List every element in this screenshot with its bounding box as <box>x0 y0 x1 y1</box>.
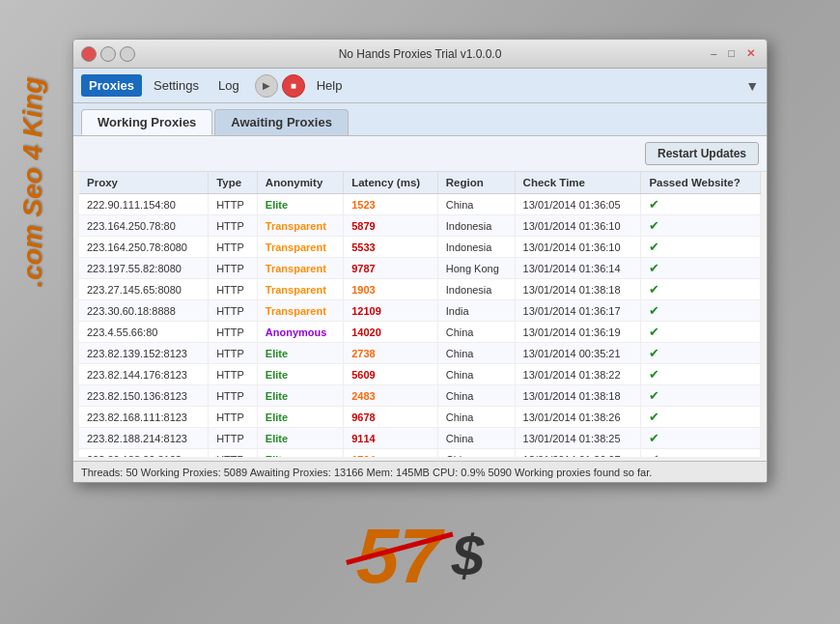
cell-proxy: 223.164.250.78:80 <box>79 215 209 237</box>
cell-type: HTTP <box>209 237 258 258</box>
cell-proxy: 223.164.250.78:8080 <box>79 237 209 258</box>
watermark: .com Seo 4 King <box>17 77 48 288</box>
close-button[interactable] <box>81 46 97 62</box>
menu-arrow-icon[interactable]: ▼ <box>745 78 759 94</box>
cell-region: Indonesia <box>437 279 515 300</box>
cell-passed: ✔ <box>641 385 761 407</box>
title-close-icon[interactable]: ✕ <box>742 47 759 60</box>
cell-proxy: 223.82.139.152:8123 <box>79 343 209 364</box>
table-row: 223.82.139.152:8123HTTPElite2738China13/… <box>79 343 761 364</box>
cell-type: HTTP <box>209 385 258 407</box>
table-row: 223.30.60.18:8888HTTPTransparent12109Ind… <box>79 300 761 322</box>
cell-check-time: 13/01/2014 01:38:18 <box>515 279 641 300</box>
cell-region: China <box>437 385 515 407</box>
cell-type: HTTP <box>209 449 258 458</box>
cell-anonymity: Transparent <box>257 279 343 300</box>
col-type: Type <box>209 172 258 194</box>
toolbar: Restart Updates <box>73 136 767 172</box>
cell-region: China <box>437 428 515 449</box>
proxy-table: Proxy Type Anonymity Latency (ms) Region… <box>79 172 761 457</box>
currency-symbol: $ <box>452 527 484 585</box>
cell-type: HTTP <box>209 279 258 300</box>
window-title: No Hands Proxies Trial v1.0.0.0 <box>339 47 502 61</box>
cell-anonymity: Transparent <box>257 215 343 237</box>
cell-anonymity: Elite <box>257 407 343 428</box>
cell-check-time: 13/01/2014 01:36:10 <box>515 215 641 237</box>
cell-proxy: 223.197.55.82:8080 <box>79 258 209 279</box>
cell-proxy: 223.82.144.176:8123 <box>79 364 209 385</box>
cell-region: Indonesia <box>437 215 515 237</box>
cell-check-time: 13/01/2014 01:38:18 <box>515 385 641 407</box>
col-check-time: Check Time <box>515 172 641 194</box>
table-row: 223.82.144.176:8123HTTPElite5609China13/… <box>79 364 761 385</box>
cell-passed: ✔ <box>641 300 761 322</box>
cell-type: HTTP <box>209 343 258 364</box>
minimize-button[interactable] <box>100 46 116 62</box>
cell-region: China <box>437 364 515 385</box>
cell-check-time: 13/01/2014 00:35:21 <box>515 343 641 364</box>
cell-latency: 12109 <box>344 300 438 322</box>
cell-anonymity: Elite <box>257 343 343 364</box>
col-proxy: Proxy <box>79 172 209 194</box>
cell-proxy: 223.82.188.22:8123 <box>79 449 209 458</box>
cell-latency: 2738 <box>344 343 438 364</box>
cell-check-time: 13/01/2014 01:38:25 <box>515 428 641 449</box>
col-region: Region <box>437 172 515 194</box>
cell-latency: 9114 <box>344 428 438 449</box>
maximize-button[interactable] <box>120 46 135 62</box>
cell-check-time: 13/01/2014 01:36:19 <box>515 322 641 343</box>
cell-check-time: 13/01/2014 01:36:05 <box>515 194 641 215</box>
cell-latency: 9787 <box>344 258 438 279</box>
restart-updates-button[interactable]: Restart Updates <box>645 142 759 165</box>
col-anonymity: Anonymity <box>257 172 343 194</box>
tab-working-proxies[interactable]: Working Proxies <box>81 109 212 135</box>
proxy-table-container[interactable]: Proxy Type Anonymity Latency (ms) Region… <box>79 172 761 457</box>
cell-region: India <box>437 300 515 322</box>
cell-anonymity: Elite <box>257 364 343 385</box>
play-button[interactable]: ▶ <box>255 74 278 98</box>
cell-passed: ✔ <box>641 343 761 364</box>
cell-type: HTTP <box>209 258 258 279</box>
cell-proxy: 223.30.60.18:8888 <box>79 300 209 322</box>
menu-settings[interactable]: Settings <box>146 74 207 97</box>
tab-awaiting-proxies[interactable]: Awaiting Proxies <box>214 109 349 135</box>
table-body: 222.90.111.154:80HTTPElite1523China13/01… <box>79 194 761 458</box>
cell-check-time: 13/01/2014 01:36:17 <box>515 300 641 322</box>
table-row: 223.82.188.22:8123HTTPElite1704China13/0… <box>79 449 761 458</box>
menu-proxies[interactable]: Proxies <box>81 74 142 97</box>
cell-type: HTTP <box>209 322 258 343</box>
cell-passed: ✔ <box>641 407 761 428</box>
cell-passed: ✔ <box>641 428 761 449</box>
cell-latency: 1903 <box>344 279 438 300</box>
table-row: 223.27.145.65:8080HTTPTransparent1903Ind… <box>79 279 761 300</box>
table-row: 223.4.55.66:80HTTPAnonymous14020China13/… <box>79 322 761 343</box>
cell-latency: 5533 <box>344 237 438 258</box>
cell-type: HTTP <box>209 407 258 428</box>
menu-help[interactable]: Help <box>309 74 350 97</box>
tabs-bar: Working Proxies Awaiting Proxies <box>73 103 767 136</box>
cell-anonymity: Elite <box>257 385 343 407</box>
menu-log[interactable]: Log <box>210 74 247 97</box>
cell-proxy: 223.82.150.136:8123 <box>79 385 209 407</box>
title-minimize-icon[interactable]: – <box>707 47 720 60</box>
status-text: Threads: 50 Working Proxies: 5089 Awaiti… <box>81 467 652 478</box>
cell-anonymity: Transparent <box>257 237 343 258</box>
watermark-text: Seo 4 King <box>17 77 47 217</box>
cell-region: China <box>437 322 515 343</box>
col-latency: Latency (ms) <box>344 172 438 194</box>
title-bar-right: – □ ✕ <box>707 47 759 60</box>
cell-passed: ✔ <box>641 279 761 300</box>
stop-button[interactable]: ■ <box>282 74 305 98</box>
cell-latency: 1523 <box>344 194 438 215</box>
cell-region: China <box>437 407 515 428</box>
cell-passed: ✔ <box>641 364 761 385</box>
table-row: 223.82.150.136:8123HTTPElite2483China13/… <box>79 385 761 407</box>
title-restore-icon[interactable]: □ <box>724 47 739 60</box>
watermark-com: .com <box>17 224 47 287</box>
cell-type: HTTP <box>209 194 258 215</box>
cell-anonymity: Elite <box>257 449 343 458</box>
cell-check-time: 13/01/2014 01:38:26 <box>515 407 641 428</box>
cell-anonymity: Transparent <box>257 300 343 322</box>
status-bar: Threads: 50 Working Proxies: 5089 Awaiti… <box>73 461 767 482</box>
price-strikethrough: 57 <box>356 518 442 595</box>
